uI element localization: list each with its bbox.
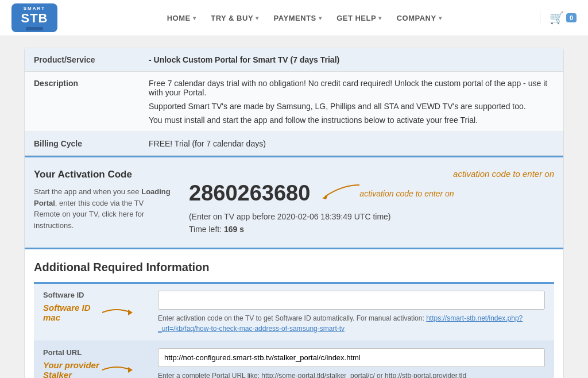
portal-url-input-cell: Enter a complete Portal URL like: http:/… <box>149 341 554 378</box>
table-row-product: Product/Service - Unlock Custom Portal f… <box>25 48 563 72</box>
product-label: Product/Service <box>25 48 140 72</box>
logo-area: SMART STB <box>11 3 57 32</box>
nav-item-try-buy[interactable]: TRY & BUY ▾ <box>206 14 263 22</box>
activation-code-number: 2860263680 <box>189 181 310 206</box>
nav-item-home[interactable]: HOME ▾ <box>163 14 201 22</box>
nav-item-payments[interactable]: PAYMENTS ▾ <box>269 14 327 22</box>
activation-left: Your Activation Code Start the app and w… <box>34 169 172 236</box>
software-id-help: Enter activation code on the TV to get S… <box>158 313 545 334</box>
product-value: - Unlock Custom Portal for Smart TV (7 d… <box>140 48 563 72</box>
billing-value: FREE! Trial (for 7 calendar days) <box>140 132 563 156</box>
nav-item-company[interactable]: COMPANY ▾ <box>392 14 446 22</box>
activation-details: (Enter on TV app before 2020-02-06 18:39… <box>189 210 554 236</box>
table-row-billing: Billing Cycle FREE! Trial (for 7 calenda… <box>25 132 563 156</box>
portal-url-annotation: Your provider Stalker <box>43 360 99 378</box>
software-id-input[interactable] <box>158 291 545 310</box>
logo-lines <box>26 27 43 30</box>
arrow-icon <box>99 304 134 321</box>
chevron-down-icon: ▾ <box>256 15 259 21</box>
annotation-label: activation code to enter on <box>359 189 454 198</box>
chevron-down-icon: ▾ <box>193 15 196 21</box>
description-label: Description <box>25 72 140 132</box>
product-info-table: Product/Service - Unlock Custom Portal f… <box>25 48 563 156</box>
header: SMART STB HOME ▾ TRY & BUY ▾ PAYMENTS ▾ … <box>0 0 588 36</box>
cart-badge: 0 <box>566 13 577 22</box>
time-left: Time left: 169 s <box>189 223 554 236</box>
table-row-description: Description Free 7 calendar days trial w… <box>25 72 563 132</box>
chevron-down-icon: ▾ <box>439 15 442 21</box>
software-id-label-cell: Software ID Software ID mac <box>34 283 149 341</box>
table-row-portal-url: Portal URL Your provider Stalker Ente <box>34 341 554 378</box>
arrow-icon <box>99 361 134 378</box>
portal-url-label: Portal URL <box>43 348 140 357</box>
portal-url-label-cell: Portal URL Your provider Stalker <box>34 341 149 378</box>
main-nav: HOME ▾ TRY & BUY ▾ PAYMENTS ▾ GET HELP ▾… <box>80 14 528 22</box>
chevron-down-icon: ▾ <box>378 15 382 21</box>
billing-label: Billing Cycle <box>25 132 140 156</box>
description-value: Free 7 calendar days trial with no oblig… <box>140 72 563 132</box>
logo-stb-text: STB <box>21 11 48 26</box>
activation-title: Your Activation Code <box>34 169 172 180</box>
software-id-input-cell: Enter activation code on the TV to get S… <box>149 283 554 341</box>
activation-description: Start the app and when you see Loading P… <box>34 186 172 231</box>
additional-section: Additional Required Information Software… <box>25 249 563 378</box>
additional-title: Additional Required Information <box>34 261 554 274</box>
main-content: Product/Service - Unlock Custom Portal f… <box>24 48 564 378</box>
portal-url-input[interactable] <box>158 348 545 367</box>
arrow-icon <box>319 182 365 205</box>
software-id-label: Software ID <box>43 291 140 299</box>
annotation-text: activation code to enter on <box>453 169 554 179</box>
nav-item-get-help[interactable]: GET HELP ▾ <box>332 14 386 22</box>
chevron-down-icon: ▾ <box>319 15 322 21</box>
cart-area: 🛒 0 <box>540 11 577 25</box>
software-id-annotation: Software ID mac <box>43 303 99 322</box>
svg-marker-1 <box>128 310 133 315</box>
logo: SMART STB <box>11 3 57 32</box>
activation-section: Your Activation Code Start the app and w… <box>25 156 563 249</box>
activation-right: activation code to enter on 2860263680 <box>189 169 554 236</box>
svg-marker-2 <box>128 367 133 373</box>
portal-url-help: Enter a complete Portal URL like: http:/… <box>158 371 545 378</box>
logo-smart-text: SMART <box>24 6 45 11</box>
additional-table: Software ID Software ID mac <box>34 282 554 378</box>
cart-icon: 🛒 <box>550 11 564 24</box>
table-row-software-id: Software ID Software ID mac <box>34 283 554 341</box>
cart-button[interactable]: 🛒 <box>550 11 564 25</box>
svg-marker-0 <box>322 195 328 199</box>
